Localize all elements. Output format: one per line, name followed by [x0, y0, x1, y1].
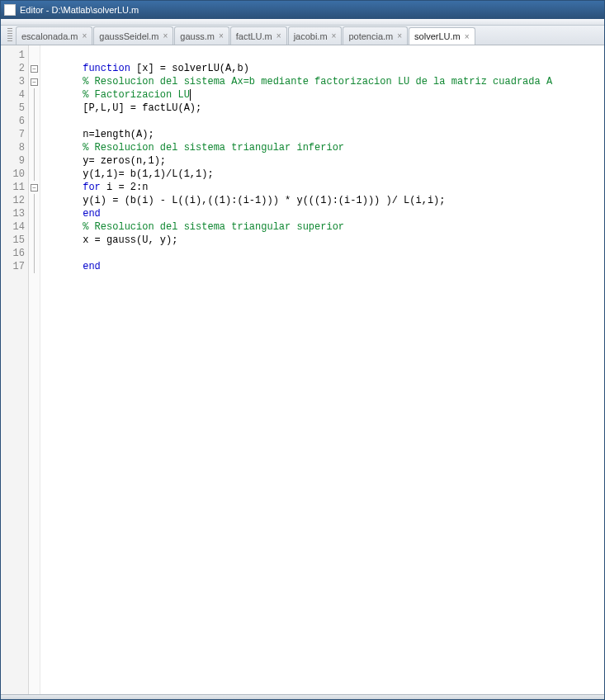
tab-label: escalonada.m	[21, 31, 78, 41]
line-number: 14	[1, 220, 28, 234]
code-token: x = gauss(U, y);	[83, 234, 177, 246]
fold-cell	[29, 115, 40, 128]
tab-grip-icon[interactable]	[7, 28, 12, 43]
fold-cell	[29, 154, 40, 168]
keyword-token: end	[83, 261, 101, 272]
code-token: y(i) = (b(i) - L((i),((1):(i-1))) * y(((…	[83, 195, 445, 206]
line-number: 17	[1, 260, 28, 273]
code-token: y(1,1)= b(1,1)/L(1,1);	[83, 168, 213, 180]
code-line[interactable]	[47, 247, 604, 260]
status-bar	[1, 694, 604, 699]
keyword-token: function	[83, 63, 130, 74]
line-number: 10	[1, 168, 28, 181]
tab-potencia-m[interactable]: potencia.m×	[343, 26, 408, 45]
fold-toggle-icon[interactable]: −	[31, 65, 38, 73]
line-number-gutter: 1234567891011121314151617	[1, 45, 29, 694]
close-icon[interactable]: ×	[83, 31, 87, 40]
line-number: 11	[1, 181, 28, 194]
comment-token: % Factorizacion LU	[83, 89, 190, 101]
window-title: Editor - D:\Matlab\solverLU.m	[20, 5, 139, 15]
code-line[interactable]: % Factorizacion LU	[47, 88, 604, 102]
fold-cell	[29, 247, 40, 260]
tab-label: gauss.m	[180, 31, 215, 41]
code-line[interactable]: y= zeros(n,1);	[47, 154, 604, 168]
keyword-token: for	[83, 182, 101, 193]
titlebar[interactable]: Editor - D:\Matlab\solverLU.m	[1, 1, 604, 19]
fold-cell: −	[29, 62, 40, 75]
code-line[interactable]: for i = 2:n	[47, 181, 604, 194]
code-editor[interactable]: function [x] = solverLU(A,b) % Resolucio…	[40, 45, 604, 694]
code-line[interactable]: [P,L,U] = factLU(A);	[47, 102, 604, 115]
code-line[interactable]	[47, 49, 604, 62]
fold-line-icon	[34, 141, 35, 154]
keyword-token: end	[83, 208, 101, 220]
tab-bar: escalonada.m×gaussSeidel.m×gauss.m×factL…	[1, 26, 604, 45]
comment-token: % Resolucion del sistema triangular infe…	[83, 142, 344, 154]
fold-cell	[29, 234, 40, 247]
fold-toggle-icon[interactable]: −	[31, 184, 38, 192]
fold-cell: −	[29, 181, 40, 194]
close-icon[interactable]: ×	[465, 32, 470, 41]
fold-line-icon	[34, 260, 35, 273]
line-number: 8	[1, 141, 28, 154]
fold-line-icon	[34, 220, 35, 234]
code-line[interactable]: x = gauss(U, y);	[47, 234, 604, 247]
code-line[interactable]: y(i) = (b(i) - L((i),((1):(i-1))) * y(((…	[47, 194, 604, 207]
line-number: 9	[1, 154, 28, 168]
code-token: y= zeros(n,1);	[83, 155, 166, 167]
tab-label: factLU.m	[236, 31, 272, 41]
text-cursor	[190, 89, 191, 101]
fold-gutter: −−−	[29, 45, 40, 694]
fold-cell: −	[29, 75, 40, 88]
tab-solverLU-m[interactable]: solverLU.m×	[409, 27, 475, 45]
code-token: n=length(A);	[83, 129, 154, 140]
tab-label: gaussSeidel.m	[99, 31, 158, 41]
tab-gaussSeidel-m[interactable]: gaussSeidel.m×	[93, 26, 173, 45]
fold-line-icon	[34, 207, 35, 220]
tab-gauss-m[interactable]: gauss.m×	[174, 26, 229, 45]
code-line[interactable]: end	[47, 207, 604, 220]
fold-cell	[29, 141, 40, 154]
fold-line-icon	[34, 128, 35, 141]
code-line[interactable]: y(1,1)= b(1,1)/L(1,1);	[47, 168, 604, 181]
close-icon[interactable]: ×	[397, 31, 402, 40]
fold-line-icon	[34, 168, 35, 181]
fold-cell	[29, 128, 40, 141]
tab-jacobi-m[interactable]: jacobi.m×	[288, 26, 343, 45]
line-number: 3	[1, 75, 28, 88]
editor-window: Editor - D:\Matlab\solverLU.m escalonada…	[0, 0, 605, 700]
line-number: 16	[1, 247, 28, 260]
code-line[interactable]: % Resolucion del sistema Ax=b mediante f…	[47, 75, 604, 88]
fold-line-icon	[34, 88, 35, 102]
fold-line-icon	[34, 247, 35, 260]
line-number: 4	[1, 88, 28, 102]
close-icon[interactable]: ×	[332, 31, 337, 40]
close-icon[interactable]: ×	[277, 31, 281, 40]
fold-line-icon	[34, 154, 35, 168]
fold-cell	[29, 88, 40, 102]
code-line[interactable]	[47, 115, 604, 128]
line-number: 6	[1, 115, 28, 128]
tab-escalonada-m[interactable]: escalonada.m×	[16, 26, 92, 45]
fold-line-icon	[34, 115, 35, 128]
tab-label: solverLU.m	[414, 31, 461, 41]
app-icon	[4, 4, 16, 16]
code-line[interactable]: end	[47, 260, 604, 273]
line-number: 12	[1, 194, 28, 207]
toolstrip	[1, 19, 604, 26]
tab-label: potencia.m	[348, 31, 393, 41]
close-icon[interactable]: ×	[163, 31, 168, 40]
close-icon[interactable]: ×	[219, 31, 224, 40]
code-token: i = 2:n	[101, 182, 149, 193]
fold-cell	[29, 49, 40, 62]
tab-label: jacobi.m	[294, 31, 328, 41]
code-line[interactable]: function [x] = solverLU(A,b)	[47, 62, 604, 75]
tab-factLU-m[interactable]: factLU.m×	[230, 26, 287, 45]
fold-cell	[29, 102, 40, 115]
fold-cell	[29, 260, 40, 273]
line-number: 7	[1, 128, 28, 141]
code-line[interactable]: n=length(A);	[47, 128, 604, 141]
code-line[interactable]: % Resolucion del sistema triangular infe…	[47, 141, 604, 154]
fold-toggle-icon[interactable]: −	[31, 78, 38, 86]
code-line[interactable]: % Resolucion del sistema triangular supe…	[47, 220, 604, 234]
